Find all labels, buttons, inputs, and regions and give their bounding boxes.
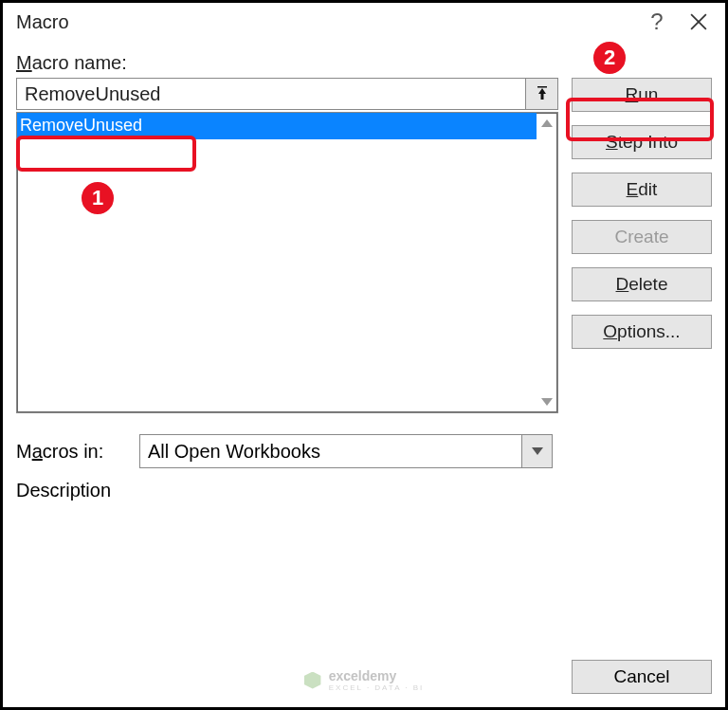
dialog-content: Macro name: RemoveUnused — [16, 52, 712, 694]
macros-in-label: Macros in: — [16, 441, 120, 463]
description-label: Description — [16, 480, 712, 501]
macro-name-input[interactable] — [16, 78, 526, 110]
macros-in-combo[interactable]: All Open Workbooks — [139, 434, 553, 468]
titlebar: Macro ? — [3, 3, 725, 41]
macro-list[interactable]: RemoveUnused — [16, 112, 558, 413]
scroll-down-icon[interactable] — [537, 391, 557, 412]
run-button[interactable]: Run — [572, 78, 712, 112]
list-item[interactable]: RemoveUnused — [17, 113, 537, 139]
options-button[interactable]: Options... — [572, 315, 712, 349]
close-icon — [690, 13, 707, 30]
collapse-icon — [535, 86, 550, 101]
edit-button[interactable]: Edit — [572, 173, 712, 207]
create-button: Create — [572, 220, 712, 254]
button-column: Run Step Into Edit Create Delete Options… — [572, 78, 712, 349]
delete-button[interactable]: Delete — [572, 267, 712, 301]
scrollbar[interactable] — [537, 113, 557, 412]
step-into-button[interactable]: Step Into — [572, 125, 712, 159]
macro-name-label: Macro name: — [16, 52, 712, 74]
chevron-down-icon — [532, 447, 543, 455]
svg-rect-2 — [537, 86, 547, 88]
help-button[interactable]: ? — [636, 5, 678, 39]
refedit-button[interactable] — [526, 78, 558, 110]
combo-dropdown-button[interactable] — [521, 435, 552, 467]
cancel-button[interactable]: Cancel — [572, 660, 712, 694]
macros-in-value: All Open Workbooks — [140, 441, 521, 463]
scroll-up-icon[interactable] — [537, 113, 557, 134]
close-button[interactable] — [678, 5, 719, 39]
window-title: Macro — [16, 11, 636, 33]
